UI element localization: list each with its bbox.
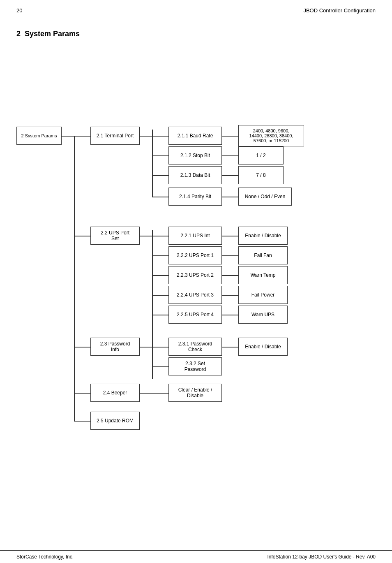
ups-int-box: 2.2.1 UPS Int: [168, 227, 222, 245]
page-title-header: JBOD Controller Configuration: [303, 7, 376, 14]
main-content: 2 System Params 2 System Params 2.1 Term…: [0, 17, 392, 437]
ups-port3-box: 2.2.4 UPS Port 3: [168, 286, 222, 304]
ups-port-set-box: 2.2 UPS Port Set: [90, 227, 140, 245]
section-heading: 2 System Params: [16, 30, 376, 38]
password-check-val-box: Enable / Disable: [238, 338, 288, 356]
parity-bit-box: 2.1.4 Parity Bit: [168, 188, 222, 206]
set-password-box: 2.3.2 Set Password: [168, 357, 222, 375]
diagram-area: 2 System Params 2.1 Terminal Port 2.1.1 …: [16, 51, 374, 421]
root-box: 2 System Params: [16, 127, 62, 145]
password-check-box: 2.3.1 Password Check: [168, 338, 222, 356]
beeper-box: 2.4 Beeper: [90, 384, 140, 402]
data-bit-box: 2.1.3 Data Bit: [168, 166, 222, 184]
stop-bit-box: 2.1.2 Stop Bit: [168, 146, 222, 164]
ups-port2-val-box: Warn Temp: [238, 266, 288, 284]
footer-right: InfoStation 12-bay JBOD User's Guide - R…: [267, 554, 376, 560]
baud-rate-val-box: 2400, 4800, 9600, 14400, 28800, 38400, 5…: [238, 125, 304, 146]
ups-port1-val-box: Fail Fan: [238, 246, 288, 264]
parity-bit-val-box: None / Odd / Even: [238, 188, 292, 206]
page-container: 20 JBOD Controller Configuration 2 Syste…: [0, 0, 392, 563]
footer-left: StorCase Technology, Inc.: [16, 554, 74, 560]
password-info-box: 2.3 Password Info: [90, 338, 140, 356]
page-number: 20: [16, 7, 22, 14]
stop-bit-val-box: 1 / 2: [238, 146, 284, 164]
ups-port4-box: 2.2.5 UPS Port 4: [168, 306, 222, 324]
ups-port1-box: 2.2.2 UPS Port 1: [168, 246, 222, 264]
page-header: 20 JBOD Controller Configuration: [0, 0, 392, 17]
ups-port2-box: 2.2.3 UPS Port 2: [168, 266, 222, 284]
data-bit-val-box: 7 / 8: [238, 166, 284, 184]
ups-port4-val-box: Warn UPS: [238, 306, 288, 324]
clear-enable-disable-box: Clear / Enable / Disable: [168, 384, 222, 402]
page-footer: StorCase Technology, Inc. InfoStation 12…: [0, 550, 392, 563]
baud-rate-box: 2.1.1 Baud Rate: [168, 127, 222, 145]
update-rom-box: 2.5 Update ROM: [90, 412, 140, 430]
ups-int-val-box: Enable / Disable: [238, 227, 288, 245]
terminal-port-box: 2.1 Terminal Port: [90, 127, 140, 145]
ups-port3-val-box: Fail Power: [238, 286, 288, 304]
